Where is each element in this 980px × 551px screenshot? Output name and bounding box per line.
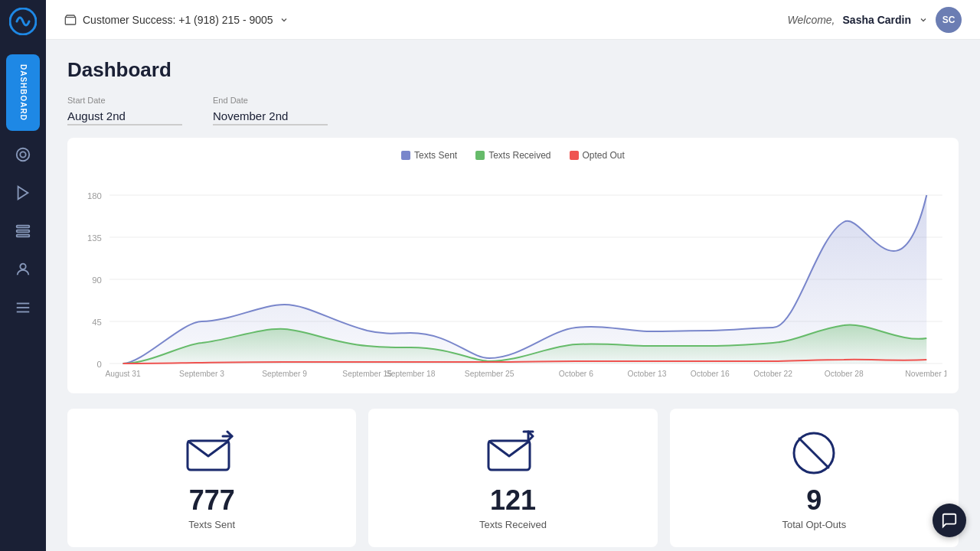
header-right: Welcome, Sasha Cardin SC <box>788 7 962 33</box>
sidebar-item-campaigns[interactable] <box>6 176 40 210</box>
content-area: Dashboard Start Date End Date Texts Sent <box>46 40 980 551</box>
stat-number-optouts: 9 <box>806 487 822 514</box>
sidebar-item-more[interactable] <box>6 291 40 324</box>
stat-number-received: 121 <box>490 487 536 514</box>
x-label-oct13: October 13 <box>628 370 667 378</box>
svg-rect-4 <box>17 226 30 228</box>
line-chart: 0 45 90 135 180 <box>80 168 946 383</box>
optout-icon <box>786 430 841 479</box>
legend-sent: Texts Sent <box>401 150 457 161</box>
svg-rect-6 <box>17 235 30 237</box>
sidebar-item-contacts[interactable] <box>6 253 40 286</box>
header: Customer Success: +1 (918) 215 - 9005 We… <box>46 0 980 40</box>
stat-label-optouts: Total Opt-Outs <box>782 519 846 530</box>
chat-icon <box>941 512 958 529</box>
received-icon <box>485 430 541 479</box>
x-label-oct22: October 22 <box>753 370 792 378</box>
svg-rect-11 <box>65 17 75 24</box>
avatar[interactable]: SC <box>936 7 962 33</box>
legend-sent-dot <box>401 151 410 160</box>
svg-marker-3 <box>18 187 28 200</box>
y-label-180: 180 <box>87 191 102 201</box>
y-label-45: 45 <box>92 318 102 327</box>
chart-container: Texts Sent Texts Received Opted Out 0 45… <box>67 138 959 393</box>
date-filters: Start Date End Date <box>67 96 959 126</box>
sidebar-item-dashboard[interactable]: Dashboard <box>6 54 40 131</box>
header-left: Customer Success: +1 (918) 215 - 9005 <box>64 14 289 26</box>
stat-card-sent: 777 Texts Sent <box>67 409 356 547</box>
legend-optout-dot <box>570 151 579 160</box>
end-date-field: End Date <box>213 96 328 126</box>
start-date-input[interactable] <box>67 108 182 126</box>
legend-optout-label: Opted Out <box>583 150 625 161</box>
x-label-oct16: October 16 <box>691 370 730 378</box>
store-icon <box>64 14 77 26</box>
x-label-aug31: August 31 <box>105 370 141 378</box>
dashboard-label: Dashboard <box>19 64 28 121</box>
start-date-field: Start Date <box>67 96 182 126</box>
chat-bubble[interactable] <box>933 504 966 537</box>
chevron-down-icon <box>279 15 289 24</box>
start-date-label: Start Date <box>67 96 182 105</box>
stats-row: 777 Texts Sent 121 Texts Received <box>67 409 959 547</box>
x-label-sep9: September 9 <box>262 370 307 378</box>
x-label-oct6: October 6 <box>559 370 593 378</box>
main-content: Customer Success: +1 (918) 215 - 9005 We… <box>46 0 980 551</box>
svg-rect-5 <box>17 230 30 233</box>
x-label-sep25: September 25 <box>465 370 514 378</box>
x-label-nov1: November 1 <box>905 370 946 378</box>
x-label-oct28: October 28 <box>825 370 864 378</box>
user-chevron-icon <box>919 15 928 24</box>
y-label-90: 90 <box>92 276 102 285</box>
customer-success-label: Customer Success: +1 (918) 215 - 9005 <box>83 14 273 26</box>
svg-point-1 <box>17 148 30 161</box>
svg-point-7 <box>20 264 25 269</box>
page-title: Dashboard <box>67 58 959 82</box>
sent-icon <box>185 430 240 479</box>
svg-line-23 <box>799 439 828 468</box>
logo[interactable] <box>9 8 37 38</box>
stat-card-optouts: 9 Total Opt-Outs <box>670 409 959 547</box>
sidebar: Dashboard <box>0 0 46 551</box>
svg-point-2 <box>20 152 25 157</box>
y-label-135: 135 <box>87 233 102 243</box>
stat-number-sent: 777 <box>189 487 235 514</box>
user-name: Sasha Cardin <box>843 14 911 26</box>
sidebar-item-inbox[interactable] <box>6 138 40 171</box>
sidebar-item-sequences[interactable] <box>6 214 40 248</box>
stat-label-sent: Texts Sent <box>188 519 235 530</box>
legend-sent-label: Texts Sent <box>414 150 457 161</box>
chart-legend: Texts Sent Texts Received Opted Out <box>80 150 946 161</box>
stat-label-received: Texts Received <box>479 519 547 530</box>
y-label-0: 0 <box>97 360 102 369</box>
legend-optout: Opted Out <box>570 150 625 161</box>
legend-received: Texts Received <box>475 150 550 161</box>
welcome-text: Welcome, <box>788 14 835 26</box>
end-date-input[interactable] <box>213 108 328 126</box>
stat-card-received: 121 Texts Received <box>368 409 657 547</box>
legend-received-dot <box>475 151 485 160</box>
x-label-sep18: September 18 <box>386 370 436 378</box>
x-label-sep15: September 15 <box>342 370 392 378</box>
x-label-sep3: September 3 <box>179 370 224 378</box>
legend-received-label: Texts Received <box>488 150 550 161</box>
end-date-label: End Date <box>213 96 328 105</box>
